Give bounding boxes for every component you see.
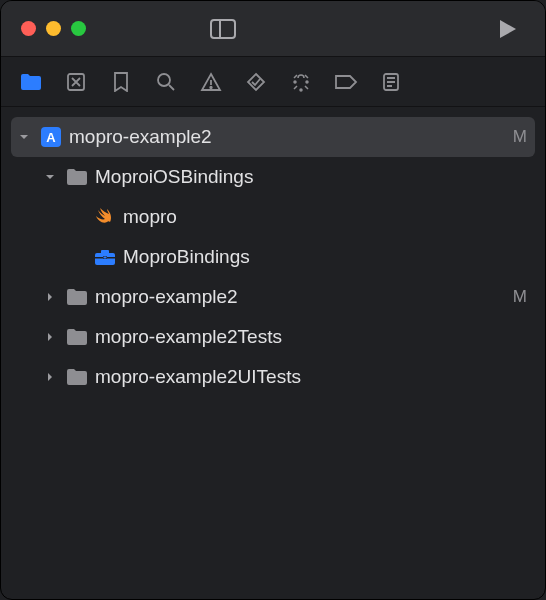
svg-point-8: [294, 81, 296, 83]
tree-folder[interactable]: mopro-example2Tests: [11, 317, 535, 357]
breakpoint-navigator-icon[interactable]: [334, 70, 358, 94]
run-button[interactable]: [491, 12, 525, 46]
app-icon: A: [39, 125, 63, 149]
folder-label: mopro-example2Tests: [95, 326, 527, 348]
traffic-lights: [21, 21, 86, 36]
project-name-label: mopro-example2: [69, 126, 499, 148]
tree-project-root[interactable]: A mopro-example2 M: [11, 117, 535, 157]
swift-icon: [93, 205, 117, 229]
zoom-button[interactable]: [71, 21, 86, 36]
chevron-down-icon[interactable]: [41, 171, 59, 183]
report-navigator-icon[interactable]: [379, 70, 403, 94]
folder-label: mopro-example2: [95, 286, 499, 308]
folder-icon: [65, 325, 89, 349]
chevron-down-icon[interactable]: [15, 131, 33, 143]
svg-rect-0: [211, 20, 235, 38]
project-tree: A mopro-example2 M MoproiOSBindings · mo…: [1, 107, 545, 407]
svg-point-3: [158, 74, 170, 86]
toolbox-icon: [93, 245, 117, 269]
chevron-right-icon[interactable]: [41, 291, 59, 303]
folder-icon: [65, 165, 89, 189]
chevron-right-icon[interactable]: [41, 331, 59, 343]
tree-folder[interactable]: mopro-example2UITests: [11, 357, 535, 397]
sidebar-toggle-icon[interactable]: [206, 12, 240, 46]
navigator-tabs: [1, 57, 545, 107]
folder-icon: [65, 285, 89, 309]
folder-label: mopro-example2UITests: [95, 366, 527, 388]
minimize-button[interactable]: [46, 21, 61, 36]
bookmark-navigator-icon[interactable]: [109, 70, 133, 94]
folder-label: MoproiOSBindings: [95, 166, 527, 188]
folder-icon: [65, 365, 89, 389]
chevron-right-icon[interactable]: [41, 371, 59, 383]
source-control-navigator-icon[interactable]: [64, 70, 88, 94]
scm-status-badge: M: [505, 287, 527, 307]
tree-file[interactable]: · mopro: [11, 197, 535, 237]
scm-status-badge: M: [505, 127, 527, 147]
find-navigator-icon[interactable]: [154, 70, 178, 94]
titlebar: [1, 1, 545, 57]
svg-text:A: A: [46, 130, 56, 145]
svg-point-6: [210, 86, 212, 88]
tree-file[interactable]: · MoproBindings: [11, 237, 535, 277]
svg-point-7: [300, 89, 302, 91]
issue-navigator-icon[interactable]: [199, 70, 223, 94]
tree-folder[interactable]: MoproiOSBindings: [11, 157, 535, 197]
svg-point-9: [306, 81, 308, 83]
test-navigator-icon[interactable]: [244, 70, 268, 94]
svg-rect-19: [104, 257, 107, 259]
file-label: MoproBindings: [123, 246, 527, 268]
close-button[interactable]: [21, 21, 36, 36]
debug-navigator-icon[interactable]: [289, 70, 313, 94]
tree-folder[interactable]: mopro-example2 M: [11, 277, 535, 317]
file-label: mopro: [123, 206, 527, 228]
svg-line-4: [169, 85, 174, 90]
project-navigator-icon[interactable]: [19, 70, 43, 94]
